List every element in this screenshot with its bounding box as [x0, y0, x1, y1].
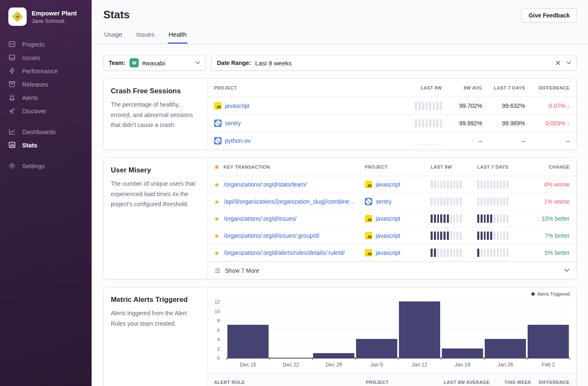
sidebar-item-releases[interactable]: Releases: [0, 77, 92, 91]
table-row: python-ov – – –: [207, 132, 576, 149]
col-last-8w: LAST 8W: [421, 85, 442, 90]
col-last-7-days: LAST 7 DAYS: [477, 164, 526, 169]
page-header: Stats Give Feedback Usage Issues Health: [92, 0, 588, 44]
projects-icon: [8, 40, 16, 48]
team-select[interactable]: Team: W #wasabi: [103, 55, 206, 71]
difference-value: –: [566, 137, 570, 144]
releases-icon: [8, 80, 16, 88]
transaction-link[interactable]: /api/0/organizations/{organization_slug}…: [224, 198, 355, 205]
date-range-value: Last 8 weeks: [255, 60, 292, 67]
transaction-link[interactable]: /organizations/:orgId/stats/team/: [224, 181, 306, 188]
show-more-label: Show 7 More: [225, 267, 259, 274]
sidebar-item-issues[interactable]: Issues: [0, 51, 92, 64]
chart-bar: [484, 301, 527, 358]
project-link[interactable]: python-ov: [225, 137, 250, 144]
sidebar-item-projects[interactable]: Projects: [0, 37, 92, 51]
project-link[interactable]: javascript: [225, 102, 249, 109]
sidebar-item-performance[interactable]: Performance: [0, 64, 92, 77]
sidebar-item-label: Alerts: [22, 94, 38, 101]
project-link[interactable]: javascript: [376, 249, 400, 256]
change-value: 7% better: [545, 232, 570, 239]
date-range-label: Date Range:: [217, 60, 251, 66]
project-link[interactable]: javascript: [376, 232, 400, 239]
alerts-chart-xlabels: Dec 15Dec 22Dec 29Jan 5Jan 12Jan 19Jan 2…: [227, 362, 570, 368]
python-platform-icon: [365, 198, 372, 205]
key-transaction-star-icon[interactable]: ★: [214, 233, 219, 239]
col-project: PROJECT: [214, 85, 404, 90]
sidebar-item-discover[interactable]: Discover: [0, 104, 92, 117]
sparkline-7d: [477, 232, 526, 240]
tab-bar: Usage Issues Health: [103, 31, 577, 44]
sidebar-item-label: Releases: [22, 81, 48, 88]
last-7d-value: –: [522, 137, 525, 144]
crash-free-sessions-panel: Crash Free Sessions The percentage of he…: [103, 78, 577, 150]
org-switcher[interactable]: Empower Plant Jane Schmidt: [0, 0, 92, 30]
show-more-button[interactable]: Show 7 More: [207, 261, 576, 279]
tab-health[interactable]: Health: [168, 31, 187, 44]
col-last-8w: LAST 8W: [431, 164, 477, 169]
stats-icon: [8, 141, 16, 149]
javascript-platform-icon: JS: [365, 215, 372, 222]
col-change: CHANGE: [549, 164, 570, 169]
key-transaction-star-icon[interactable]: ★: [214, 250, 219, 256]
difference-value: 0.07% ↓: [549, 102, 570, 109]
tab-usage[interactable]: Usage: [103, 31, 123, 44]
last-7d-value: 99.632%: [502, 102, 525, 109]
content-area: Team: W #wasabi Date Range: Last 8 weeks: [92, 44, 588, 386]
chart-bar: [269, 301, 312, 358]
sidebar-item-alerts[interactable]: Alerts: [0, 91, 92, 104]
col-last-8w-average: LAST 8W AVERAGE: [443, 380, 490, 385]
sidebar-item-label: Stats: [22, 142, 37, 149]
key-transaction-star-icon[interactable]: ★: [214, 182, 219, 188]
sidebar-item-label: Dashboards: [22, 128, 56, 135]
key-transaction-star-icon[interactable]: ★: [214, 216, 219, 222]
key-transaction-star-icon[interactable]: ★: [214, 199, 219, 205]
org-name: Empower Plant: [32, 9, 77, 17]
arrow-down-icon: ↓: [567, 103, 570, 109]
sparkline-empty: [415, 137, 442, 145]
project-link[interactable]: sentry: [225, 120, 241, 127]
chart-bar: [441, 301, 484, 358]
chart-legend[interactable]: Alerts Triggered: [531, 291, 570, 296]
legend-dot-icon: [531, 292, 535, 296]
sidebar-item-label: Projects: [22, 41, 45, 48]
transaction-link[interactable]: /organizations/:orgId/alerts/rules/detai…: [224, 249, 344, 256]
transaction-link[interactable]: /organizations/:orgId/issues/:groupId/: [224, 232, 319, 239]
sidebar-item-settings[interactable]: Settings: [0, 159, 92, 172]
transaction-link[interactable]: /organizations/:orgId/issues/: [224, 215, 296, 222]
change-value: 4% worse: [544, 181, 570, 188]
project-link[interactable]: sentry: [376, 198, 391, 205]
chevron-down-icon: [566, 61, 571, 65]
tab-issues[interactable]: Issues: [135, 31, 155, 44]
list-icon: [214, 267, 221, 274]
col-this-week: THIS WEEK: [504, 380, 531, 385]
project-link[interactable]: javascript: [376, 181, 400, 188]
filter-row: Team: W #wasabi Date Range: Last 8 weeks: [103, 55, 577, 71]
sidebar-item-dashboards[interactable]: Dashboards: [0, 125, 92, 138]
sidebar-item-stats[interactable]: Stats: [0, 138, 92, 152]
sparkline-8w: [431, 249, 477, 257]
legend-label: Alerts Triggered: [537, 291, 570, 296]
javascript-platform-icon: JS: [365, 181, 372, 188]
table-row: ★ /api/0/organizations/{organization_slu…: [207, 193, 576, 210]
chevron-down-icon: [564, 269, 570, 272]
team-select-label: Team:: [109, 60, 125, 66]
date-range-select[interactable]: Date Range: Last 8 weeks: [212, 55, 577, 71]
org-logo: [8, 7, 27, 26]
give-feedback-button[interactable]: Give Feedback: [521, 8, 577, 22]
col-difference: DIFFERENCE: [539, 85, 570, 90]
chevron-down-icon: [195, 61, 200, 65]
avg-8w-value: 99.992%: [459, 120, 482, 127]
user-name: Jane Schmidt: [32, 18, 77, 24]
project-link[interactable]: javascript: [376, 215, 400, 222]
dashboards-icon: [8, 128, 16, 135]
table-row: JS javascript 99.702% 99.632% 0.07% ↓: [207, 97, 576, 115]
chart-bar: [312, 301, 355, 358]
table-row: ★ /organizations/:orgId/issues/:groupId/…: [207, 227, 576, 244]
metric-alerts-panel: Metric Alerts Triggered Alerts triggered…: [103, 287, 577, 386]
sparkline-8w: [431, 232, 477, 240]
difference-value: 0.003% ↓: [546, 120, 570, 127]
sparkline-8w: [431, 214, 477, 223]
clear-icon[interactable]: [556, 60, 561, 65]
alerts-icon: [8, 94, 16, 101]
